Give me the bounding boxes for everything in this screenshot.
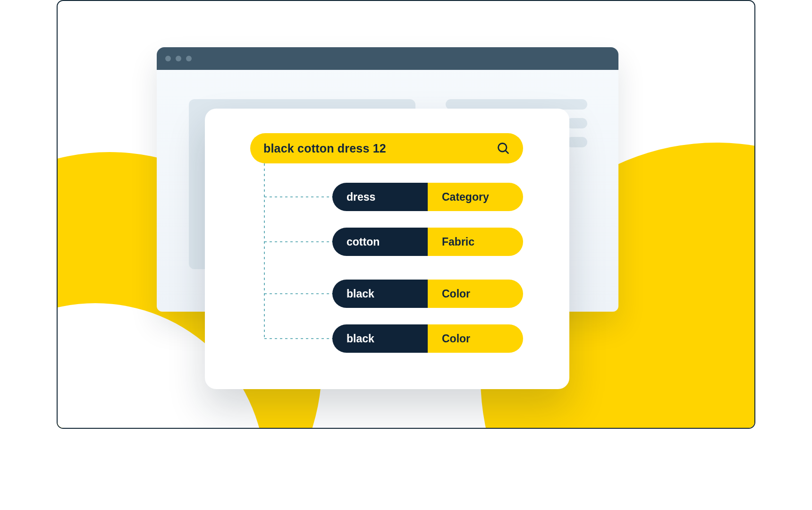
tag-type: Category	[428, 183, 523, 211]
diagram-stage: black cotton dress 12 dress Category	[57, 0, 755, 429]
tag-type: Fabric	[428, 228, 523, 256]
tag-row: black Color	[332, 324, 523, 353]
tag-type: Color	[428, 324, 523, 353]
query-breakdown-card: black cotton dress 12 dress Category	[205, 109, 569, 389]
placeholder-bar	[567, 137, 587, 147]
search-bar[interactable]: black cotton dress 12	[250, 133, 523, 163]
traffic-light-dot	[186, 56, 192, 61]
tag-row: black Color	[332, 280, 523, 308]
tag-term: cotton	[332, 228, 428, 256]
svg-line-1	[506, 151, 508, 153]
tag-term: black	[332, 324, 428, 353]
browser-titlebar	[157, 47, 618, 70]
search-icon	[497, 142, 510, 155]
tag-term: dress	[332, 183, 428, 211]
traffic-light-dot	[176, 56, 181, 61]
tag-type: Color	[428, 280, 523, 308]
placeholder-bar	[446, 99, 587, 110]
traffic-light-dot	[165, 56, 171, 61]
search-query-text: black cotton dress 12	[263, 142, 386, 155]
tag-row: cotton Fabric	[332, 228, 523, 256]
tag-row: dress Category	[332, 183, 523, 211]
tag-term: black	[332, 280, 428, 308]
placeholder-bar	[567, 118, 587, 128]
